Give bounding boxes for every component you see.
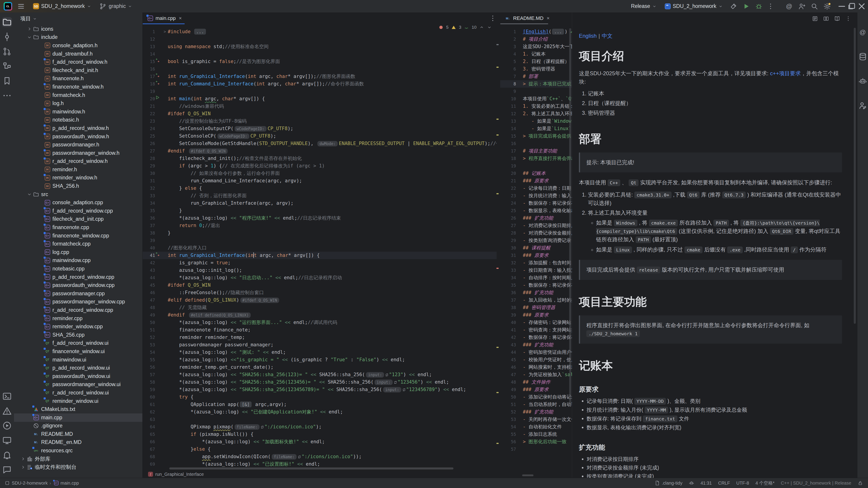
tree-row-passwordmanager.h[interactable]: Hpasswordmanager.h bbox=[14, 140, 143, 149]
code-line-42[interactable]: 42- 数据保存：将记录保存到文件 bbox=[500, 334, 572, 341]
code-line-3[interactable]: 3这是SDU-2025年大一下的期末大作业 bbox=[500, 43, 572, 51]
tree-row-financenote_window.h[interactable]: Hfinancenote_window.h bbox=[14, 83, 143, 91]
code-line-43[interactable]: 43 azusa_log::init_log(); bbox=[143, 267, 497, 274]
editor-options-kebab-icon[interactable] bbox=[489, 14, 497, 22]
readme-horizontal-scrollbar[interactable] bbox=[522, 475, 533, 476]
more-run-options-icon[interactable] bbox=[767, 2, 774, 10]
tree-row-formatcheck.cpp[interactable]: C+formatcheck.cpp bbox=[14, 240, 143, 248]
tree-row-financenote_window.cpp[interactable]: C+financenote_window.cpp bbox=[14, 232, 143, 240]
tree-row-[interactable]: 外部库 bbox=[14, 455, 143, 463]
code-line-50[interactable]: 50- 添加记录时自动将记录保存 bbox=[500, 393, 572, 401]
code-line-47[interactable]: 47- 为凭证校验加入`salt` bbox=[500, 371, 572, 379]
code-line-19[interactable]: 19 bbox=[143, 88, 497, 95]
tree-row-console_adaption.h[interactable]: Hconsole_adaption.h bbox=[14, 41, 143, 50]
code-line-41[interactable]: 41- 密码查询：支持网站搜索 bbox=[500, 326, 572, 334]
code-line-36[interactable]: 36 *(azusa_log::log) << "程序已结束!" << endl… bbox=[143, 215, 497, 222]
code-line-12[interactable]: 12 bbox=[143, 35, 497, 43]
tab-readme-md[interactable]: M↓ README.MD × bbox=[500, 12, 553, 24]
code-line-14[interactable]: 14 bbox=[143, 51, 497, 58]
change-marker-icon[interactable] bbox=[155, 252, 162, 257]
vcs-branch-widget[interactable]: graphic bbox=[97, 1, 134, 11]
code-line-58[interactable]: 58 *(azusa_log::log) << "SHA256::sha_256… bbox=[143, 379, 497, 386]
window-restore-button[interactable] bbox=[847, 1, 857, 11]
stripe-mark[interactable] bbox=[496, 443, 499, 444]
chevron-down-icon[interactable] bbox=[27, 35, 32, 40]
chevron-right-icon[interactable] bbox=[20, 464, 26, 470]
code-line-13[interactable]: 13using namespace std;//使用标准命名空间 bbox=[143, 43, 497, 51]
stripe-mark[interactable] bbox=[496, 268, 499, 269]
tree-row-financenote.h[interactable]: Hfinancenote.h bbox=[14, 74, 143, 83]
readme-vertical-scrollbar[interactable] bbox=[569, 28, 571, 407]
window-minimize-button[interactable] bbox=[837, 1, 847, 11]
problems-tool-icon[interactable] bbox=[2, 406, 12, 416]
tree-row-resources.qrc[interactable]: QRCresources.qrc bbox=[14, 447, 143, 455]
run-gutter-icon[interactable] bbox=[155, 95, 162, 100]
change-marker-icon[interactable] bbox=[155, 73, 162, 78]
commit-tool-icon[interactable] bbox=[2, 32, 12, 42]
code-line-10[interactable]: 10本项目使用`C++`、`Qt`实现跨平台 bbox=[500, 95, 572, 103]
code-line-45[interactable]: 45- 校验用户凭证时，使用哈希 bbox=[500, 356, 572, 363]
preview-lang-link-english[interactable]: English bbox=[579, 33, 597, 39]
toolchain-widget[interactable]: C++ | SDU_2_homework | Release bbox=[778, 481, 855, 486]
code-line-21[interactable]: 21### 原要求 bbox=[500, 177, 572, 185]
chevron-down-icon[interactable] bbox=[27, 192, 32, 197]
code-line-7[interactable]: 7# 部署 bbox=[500, 73, 572, 80]
code-line-46[interactable]: 46 ::FreeConsole();//隐藏控制台窗口 bbox=[143, 289, 497, 296]
caret-position-widget[interactable]: 41:31 bbox=[698, 481, 715, 486]
tree-row-console_adaption.cpp[interactable]: C+console_adaption.cpp bbox=[14, 198, 143, 207]
stripe-mark[interactable] bbox=[496, 347, 499, 348]
code-line-22[interactable]: 22- 记录每日消费：日期（YYYY-MM-DD） bbox=[500, 185, 572, 192]
tree-row-mainwindow.h[interactable]: Hmainwindow.h bbox=[14, 107, 143, 116]
code-line-52[interactable]: 52### 扩充功能 bbox=[500, 408, 572, 416]
tab-close-icon[interactable]: × bbox=[179, 15, 182, 21]
tree-row-main.cpp[interactable]: C+main.cpp bbox=[14, 414, 143, 422]
code-line-30[interactable]: 30## 课程提醒 bbox=[500, 244, 572, 252]
tree-row-.gitignore[interactable]: .gitignore bbox=[14, 422, 143, 430]
code-line-17[interactable]: 17# 项目主要功能 bbox=[500, 147, 572, 155]
tree-row-icons[interactable]: icons bbox=[14, 25, 143, 33]
tree-row-p_add_record_window.cpp[interactable]: C+p_add_record_window.cpp bbox=[14, 273, 143, 281]
code-line-26[interactable]: 26### 扩充功能 bbox=[500, 215, 572, 222]
tree-row-f_add_record_window.ui[interactable]: QTf_add_record_window.ui bbox=[14, 339, 143, 348]
ai-assistant-icon[interactable]: @ bbox=[785, 2, 793, 10]
code-line-51[interactable]: 51- 当启动系统时，自动读取文件 bbox=[500, 401, 572, 408]
code-line-8[interactable]: 8> 提示：本项目已完成！ bbox=[500, 80, 572, 88]
code-line-62[interactable]: 62 *(azusa_log::log) << "已创建QApplication… bbox=[143, 408, 497, 416]
tree-row-reminder.h[interactable]: Hreminder.h bbox=[14, 165, 143, 174]
code-line-2[interactable]: 2# 项目介绍 bbox=[500, 35, 572, 43]
main-menu-icon[interactable] bbox=[17, 2, 25, 10]
code-line-44[interactable]: 44 *(azusa_log::log) << "日志启动..." << end… bbox=[143, 274, 497, 282]
clang-tidy-widget[interactable]: .clang-tidy bbox=[651, 480, 686, 486]
code-line-20[interactable]: 20## 记账本 bbox=[500, 170, 572, 177]
code-line-38[interactable]: 38## 密码管理器 bbox=[500, 304, 572, 311]
stripe-mark[interactable] bbox=[496, 134, 499, 135]
code-line-41[interactable]: 41int run_Graphical_Interface(int argc, … bbox=[143, 252, 497, 259]
code-line-46[interactable]: 46- 网站搜索时，支持模糊搜索 bbox=[500, 363, 572, 371]
tree-row-financenote_window.ui[interactable]: QTfinancenote_window.ui bbox=[14, 347, 143, 356]
terminal-tool-icon[interactable] bbox=[2, 391, 12, 401]
code-line-69[interactable]: 69 *(azusa_log::log) << "已设置图标!" << endl… bbox=[143, 460, 497, 468]
code-line-27[interactable]: 27- 对消费记录按日期排序 bbox=[500, 222, 572, 229]
code-line-40[interactable]: 40- 存储密码：记录网站、账号 bbox=[500, 319, 572, 326]
tree-row-log.h[interactable]: Hlog.h bbox=[14, 99, 143, 107]
tree-row-README.MD[interactable]: M↓README.MD bbox=[14, 430, 143, 438]
code-line-25[interactable]: 25 SetConsoleCP(wCodePageID:CP_UTF8); bbox=[143, 132, 497, 140]
code-line-5[interactable]: 52. 日程（课程提醒） bbox=[500, 58, 572, 65]
code-line-60[interactable]: 60 try { bbox=[143, 393, 497, 401]
code-line-33[interactable]: 33- 按日期查询：输入指定日期 bbox=[500, 267, 572, 274]
tree-row-mainwindow.cpp[interactable]: C+mainwindow.cpp bbox=[14, 256, 143, 265]
todo-tool-icon[interactable] bbox=[2, 465, 12, 475]
code-line-30[interactable]: 30 // 如果没有命令行参数，运行命令行界面 bbox=[143, 170, 497, 177]
stripe-mark[interactable] bbox=[496, 119, 499, 120]
markdown-link[interactable]: [English] bbox=[523, 29, 549, 34]
code-line-54[interactable]: 54 *(azusa_log::log) << "测试: " << endl; bbox=[143, 349, 497, 356]
chevron-right-icon[interactable] bbox=[20, 456, 26, 462]
code-line-48[interactable]: 48## 文件操作 bbox=[500, 379, 572, 386]
indent-widget[interactable]: 4 个空格* bbox=[752, 480, 778, 486]
code-line-65[interactable]: 65 if (pixmap.isNull()) { bbox=[143, 431, 497, 438]
stripe-mark[interactable] bbox=[496, 392, 499, 393]
chevron-right-icon[interactable] bbox=[27, 26, 32, 32]
tree-row-p_add_record_window.h[interactable]: Hp_add_record_window.h bbox=[14, 124, 143, 132]
assistant-robot-icon[interactable] bbox=[858, 76, 867, 86]
fold-marker[interactable]: > bbox=[162, 28, 168, 35]
